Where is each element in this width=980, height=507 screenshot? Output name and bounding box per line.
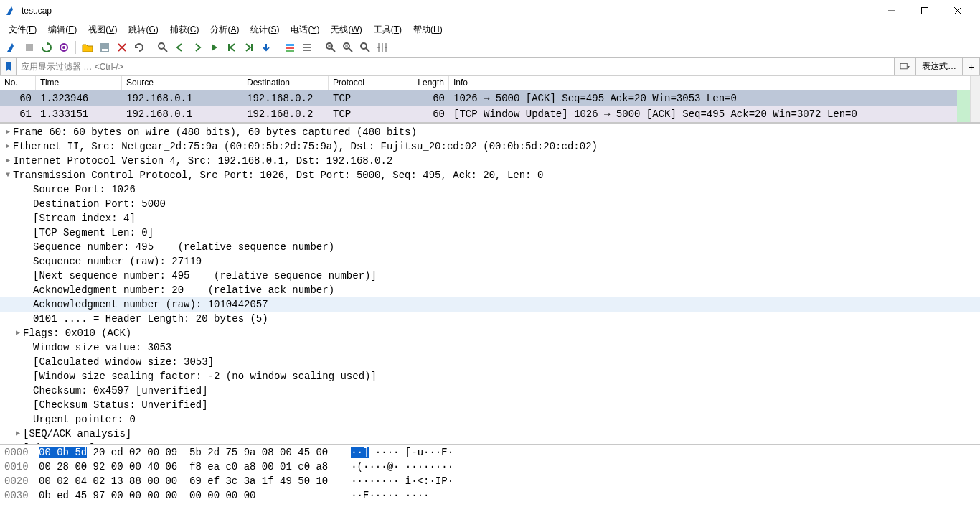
zoom-out-icon[interactable] (340, 39, 356, 55)
menu-item[interactable]: 跳转(G) (123, 22, 164, 37)
byte-line[interactable]: 002000 02 04 02 13 88 00 00 69 ef 3c 3a … (0, 474, 980, 488)
menu-item[interactable]: 统计(S) (245, 22, 285, 37)
expand-icon[interactable]: ▶ (13, 326, 23, 340)
add-filter-button[interactable]: + (963, 57, 980, 75)
close-file-icon[interactable] (114, 39, 130, 55)
filter-dropdown-icon[interactable] (895, 57, 916, 75)
column-header-destination[interactable]: Destination (242, 76, 329, 90)
packet-bytes-pane[interactable]: 000000 0b 5d 20 cd 02 00 09 5b 2d 75 9a … (0, 445, 980, 507)
detail-text: Source Port: 1026 (33, 182, 136, 197)
menu-item[interactable]: 无线(W) (325, 22, 367, 37)
packet-details-pane[interactable]: ▶Frame 60: 60 bytes on wire (480 bits), … (0, 124, 980, 445)
detail-row[interactable]: Sequence number (raw): 27119 (0, 254, 980, 269)
scrollbar[interactable] (970, 76, 980, 122)
column-header-protocol[interactable]: Protocol (329, 76, 413, 90)
zoom-in-icon[interactable] (323, 39, 339, 55)
find-packet-icon[interactable] (155, 39, 171, 55)
expand-icon[interactable]: ▶ (3, 125, 13, 139)
window-title: test.cap (22, 6, 52, 16)
detail-row[interactable]: Acknowledgment number (raw): 1010442057 (0, 297, 980, 312)
detail-row[interactable]: Source Port: 1026 (0, 182, 980, 197)
resize-columns-icon[interactable] (374, 39, 390, 55)
byte-hex: 00 02 04 02 13 88 00 00 69 ef 3c 3a 1f 4… (39, 474, 333, 488)
detail-row[interactable]: ▼Transmission Control Protocol, Src Port… (0, 168, 980, 182)
open-file-icon[interactable] (80, 39, 95, 55)
menu-item[interactable]: 编辑(E) (42, 22, 83, 37)
save-file-icon[interactable] (97, 39, 113, 55)
svg-rect-16 (286, 47, 294, 49)
menu-item[interactable]: 视图(V) (83, 22, 123, 37)
detail-row[interactable]: [Window size scaling factor: -2 (no wind… (0, 369, 980, 383)
shark-fin-icon[interactable] (4, 39, 20, 55)
expand-icon[interactable]: ▶ (3, 154, 13, 168)
detail-text: [Checksum Status: Unverified] (33, 398, 208, 412)
expression-button[interactable]: 表达式… (916, 57, 963, 75)
detail-row[interactable]: ▶Flags: 0x010 (ACK) (0, 326, 980, 340)
capture-options-icon[interactable] (56, 39, 72, 55)
detail-row[interactable]: Checksum: 0x4597 [unverified] (0, 383, 980, 398)
stop-capture-icon[interactable] (22, 39, 37, 55)
jump-to-icon[interactable] (207, 39, 222, 55)
go-forward-icon[interactable] (189, 39, 205, 55)
byte-offset: 0020 (4, 474, 39, 488)
svg-rect-4 (26, 44, 33, 51)
bookmark-filter-icon[interactable] (0, 57, 16, 75)
detail-row[interactable]: [Next sequence number: 495 (relative seq… (0, 269, 980, 283)
close-button[interactable] (941, 0, 974, 22)
detail-text: Internet Protocol Version 4, Src: 192.16… (13, 154, 392, 168)
display-filter-input[interactable] (16, 57, 895, 75)
menu-item[interactable]: 帮助(H) (407, 22, 448, 37)
go-last-icon[interactable] (241, 39, 257, 55)
colorize-icon[interactable] (282, 39, 298, 55)
packet-row[interactable]: 601.323946192.168.0.1192.168.0.2TCP60102… (0, 90, 980, 106)
detail-row[interactable]: Destination Port: 5000 (0, 197, 980, 211)
detail-row[interactable]: Sequence number: 495 (relative sequence … (0, 240, 980, 254)
detail-row[interactable]: [Calculated window size: 3053] (0, 355, 980, 369)
detail-row[interactable]: ▶Frame 60: 60 bytes on wire (480 bits), … (0, 125, 980, 139)
expand-icon[interactable]: ▶ (13, 427, 23, 441)
minimize-button[interactable] (875, 0, 908, 22)
go-first-icon[interactable] (224, 39, 240, 55)
detail-row[interactable]: [Stream index: 4] (0, 211, 980, 225)
detail-row[interactable]: [TCP Segment Len: 0] (0, 225, 980, 240)
byte-line[interactable]: 000000 0b 5d 20 cd 02 00 09 5b 2d 75 9a … (0, 445, 980, 460)
zoom-reset-icon[interactable] (357, 39, 373, 55)
menu-item[interactable]: 捕获(C) (164, 22, 205, 37)
auto-scroll-live-icon[interactable] (299, 39, 315, 55)
menu-item[interactable]: 分析(A) (204, 22, 245, 37)
menu-item[interactable]: 文件(F) (3, 22, 42, 37)
packet-row[interactable]: 611.333151192.168.0.1192.168.0.2TCP60[TC… (0, 106, 980, 122)
byte-line[interactable]: 00300b ed 45 97 00 00 00 00 00 00 00 00 … (0, 488, 980, 503)
detail-text: Ethernet II, Src: Netgear_2d:75:9a (00:0… (13, 139, 598, 154)
svg-rect-19 (303, 47, 311, 48)
column-header-time[interactable]: Time (36, 76, 122, 90)
expand-icon[interactable]: ▶ (3, 139, 13, 154)
byte-line[interactable]: 001000 28 00 92 00 00 40 06 f8 ea c0 a8 … (0, 460, 980, 474)
column-header-no[interactable]: No. (0, 76, 36, 90)
column-header-info[interactable]: Info (449, 76, 980, 90)
menu-item[interactable]: 电话(Y) (285, 22, 325, 37)
reload-icon[interactable] (131, 39, 147, 55)
menu-item[interactable]: 工具(T) (368, 22, 407, 37)
detail-row[interactable]: Window size value: 3053 (0, 340, 980, 355)
detail-row[interactable]: [Checksum Status: Unverified] (0, 398, 980, 412)
detail-row[interactable]: ▶Internet Protocol Version 4, Src: 192.1… (0, 154, 980, 168)
collapse-icon[interactable]: ▼ (3, 168, 13, 182)
detail-row[interactable]: 0101 .... = Header Length: 20 bytes (5) (0, 312, 980, 326)
column-header-source[interactable]: Source (122, 76, 242, 90)
detail-text: Sequence number: 495 (relative sequence … (33, 240, 334, 254)
go-back-icon[interactable] (172, 39, 188, 55)
detail-row[interactable]: ▶Ethernet II, Src: Netgear_2d:75:9a (00:… (0, 139, 980, 154)
detail-row[interactable]: Urgent pointer: 0 (0, 412, 980, 427)
detail-row[interactable]: ▶[SEQ/ACK analysis] (0, 427, 980, 441)
svg-rect-8 (102, 49, 108, 51)
maximize-button[interactable] (908, 0, 941, 22)
expression-label: 表达式… (922, 60, 956, 73)
detail-row[interactable]: Acknowledgment number: 20 (relative ack … (0, 283, 980, 297)
auto-scroll-icon[interactable] (258, 39, 274, 55)
byte-hex: 0b ed 45 97 00 00 00 00 00 00 00 00 (39, 488, 333, 503)
byte-hex: 00 0b 5d 20 cd 02 00 09 5b 2d 75 9a 08 0… (39, 445, 333, 460)
restart-capture-icon[interactable] (39, 39, 55, 55)
detail-text: [Stream index: 4] (33, 211, 136, 225)
column-header-length[interactable]: Length (413, 76, 449, 90)
